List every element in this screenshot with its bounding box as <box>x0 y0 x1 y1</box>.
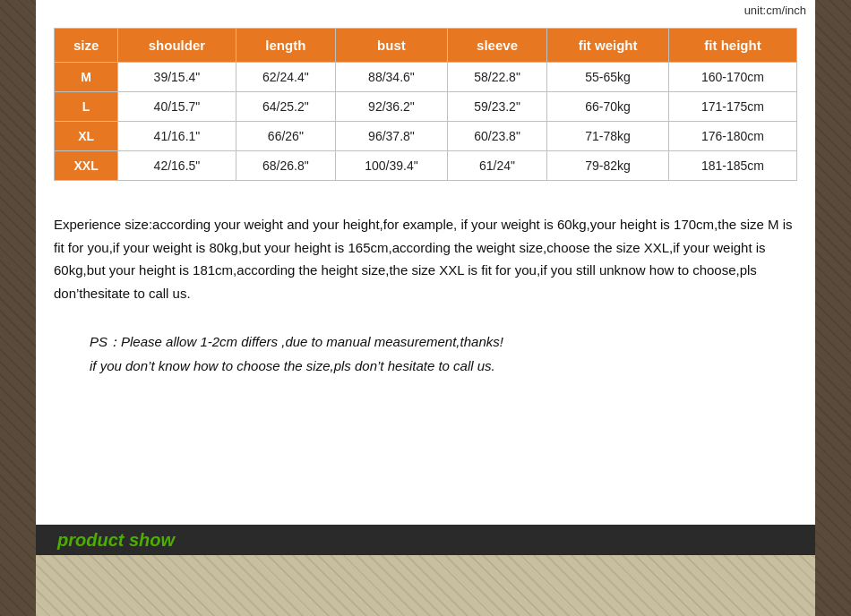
description-text: Experience size:according your weight an… <box>36 195 815 313</box>
data-cell: 55-65kg <box>547 63 669 92</box>
main-content: unit:cm/inch size shoulder length bust s… <box>36 0 815 616</box>
size-cell: XL <box>55 122 118 151</box>
col-header-bust: bust <box>336 29 448 63</box>
ps-box: PS：Please allow 1-2cm differs ,due to ma… <box>90 322 761 385</box>
data-cell: 68/26.8" <box>236 151 335 181</box>
data-cell: 181-185cm <box>668 151 796 181</box>
table-row: L40/15.7"64/25.2"92/36.2"59/23.2"66-70kg… <box>55 92 797 122</box>
col-header-sleeve: sleeve <box>447 29 546 63</box>
data-cell: 100/39.4" <box>336 151 448 181</box>
col-header-size: size <box>55 29 118 63</box>
col-header-fit-height: fit height <box>668 29 796 63</box>
table-header-row: size shoulder length bust sleeve fit wei… <box>55 29 797 63</box>
product-show-label: product show <box>57 530 175 551</box>
col-header-fit-weight: fit weight <box>547 29 669 63</box>
data-cell: 58/22.8" <box>447 63 546 92</box>
data-cell: 60/23.8" <box>447 122 546 151</box>
data-cell: 59/23.2" <box>447 92 546 122</box>
size-table-wrapper: size shoulder length bust sleeve fit wei… <box>36 21 815 195</box>
col-header-length: length <box>236 29 335 63</box>
data-cell: 39/15.4" <box>118 63 236 92</box>
table-row: XL41/16.1"66/26"96/37.8"60/23.8"71-78kg1… <box>55 122 797 151</box>
size-cell: XXL <box>55 151 118 181</box>
col-header-shoulder: shoulder <box>118 29 236 63</box>
data-cell: 64/25.2" <box>236 92 335 122</box>
data-cell: 62/24.4" <box>236 63 335 92</box>
table-row: XXL42/16.5"68/26.8"100/39.4"61/24"79-82k… <box>55 151 797 181</box>
data-cell: 96/37.8" <box>336 122 448 151</box>
product-show-bar: product show <box>36 525 815 555</box>
data-cell: 88/34.6" <box>336 63 448 92</box>
data-cell: 176-180cm <box>668 122 796 151</box>
data-cell: 79-82kg <box>547 151 669 181</box>
data-cell: 40/15.7" <box>118 92 236 122</box>
ps-line2: if you don’t know how to choose the size… <box>90 354 761 378</box>
data-cell: 171-175cm <box>668 92 796 122</box>
table-row: M39/15.4"62/24.4"88/34.6"58/22.8"55-65kg… <box>55 63 797 92</box>
data-cell: 92/36.2" <box>336 92 448 122</box>
data-cell: 42/16.5" <box>118 151 236 181</box>
data-cell: 66-70kg <box>547 92 669 122</box>
size-table: size shoulder length bust sleeve fit wei… <box>54 28 797 181</box>
size-cell: L <box>55 92 118 122</box>
data-cell: 66/26" <box>236 122 335 151</box>
bottom-image-bar <box>36 555 815 616</box>
unit-label: unit:cm/inch <box>36 0 815 21</box>
data-cell: 71-78kg <box>547 122 669 151</box>
data-cell: 61/24" <box>447 151 546 181</box>
ps-line1: PS：Please allow 1-2cm differs ,due to ma… <box>90 329 761 354</box>
data-cell: 41/16.1" <box>118 122 236 151</box>
size-cell: M <box>55 63 118 92</box>
data-cell: 160-170cm <box>668 63 796 92</box>
